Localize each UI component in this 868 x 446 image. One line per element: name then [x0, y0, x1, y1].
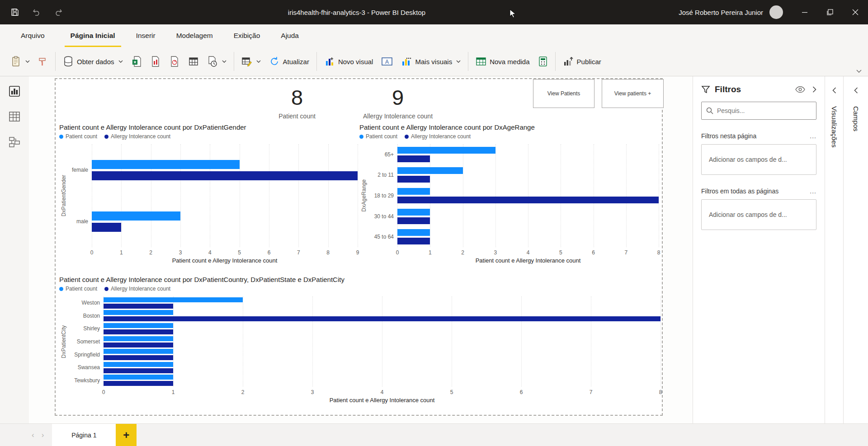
legend-item[interactable]: Allergy Intolerance count — [104, 286, 170, 292]
minimize-button[interactable] — [792, 0, 817, 24]
tab-modeling[interactable]: Modelagem — [166, 24, 223, 47]
excel-workbook-button[interactable] — [127, 52, 146, 71]
format-painter-button[interactable] — [34, 53, 52, 70]
card-allergy-count[interactable]: 9 Allergy Intolerance count — [349, 84, 447, 120]
user-avatar[interactable] — [769, 5, 783, 19]
age-range-bar-chart[interactable]: Patient count e Allergy Intolerance coun… — [359, 123, 659, 264]
next-page-icon[interactable]: › — [42, 431, 44, 440]
redo-icon[interactable] — [53, 7, 63, 17]
expand-left-icon[interactable] — [832, 87, 836, 94]
expand-panel-icon[interactable] — [812, 86, 816, 93]
page-tab[interactable]: Página 1 — [52, 424, 116, 446]
legend-item[interactable]: Allergy Intolerance count — [405, 133, 471, 140]
bar[interactable] — [397, 155, 430, 162]
recent-sources-button[interactable] — [203, 52, 231, 71]
user-name[interactable]: José Roberto Pereira Junior — [679, 9, 763, 16]
report-view-icon[interactable] — [9, 85, 20, 97]
filter-search-box[interactable] — [701, 102, 816, 120]
card-patient-count[interactable]: 8 Patient count — [249, 84, 345, 120]
tab-insert[interactable]: Inserir — [126, 24, 166, 47]
chart-title: Patient count e Allergy Intolerance coun… — [59, 123, 358, 131]
close-button[interactable] — [843, 0, 868, 24]
expand-left-icon[interactable] — [854, 87, 858, 94]
add-page-button[interactable]: + — [116, 424, 137, 446]
bar[interactable] — [397, 188, 430, 195]
transform-data-button[interactable] — [237, 52, 265, 70]
bar[interactable] — [104, 336, 173, 341]
report-page-canvas[interactable]: 8 Patient count 9 Allergy Intolerance co… — [55, 78, 663, 416]
legend-item[interactable]: Allergy Intolerance count — [104, 133, 170, 140]
eye-icon[interactable] — [795, 86, 805, 93]
get-data-button[interactable]: Obter dados — [59, 52, 127, 71]
new-measure-button[interactable]: Nova medida — [472, 52, 533, 70]
fields-panel-collapsed[interactable]: Campos — [843, 76, 868, 423]
bar[interactable] — [92, 160, 240, 169]
bar[interactable] — [104, 297, 243, 302]
paste-button[interactable] — [6, 52, 34, 71]
publish-button[interactable]: Publicar — [559, 52, 605, 70]
prev-page-icon[interactable]: ‹ — [32, 431, 34, 440]
x-tick-label: 4 — [381, 389, 384, 395]
bar[interactable] — [104, 355, 173, 360]
tab-file[interactable]: Arquivo — [13, 24, 53, 47]
chart-plot-area: DxAgeRange65+2 to 1118 to 2930 to 4445 t… — [359, 144, 659, 247]
x-tick-label: 4 — [208, 249, 212, 256]
city-bar-chart[interactable]: Patient count e Allergy Intolerance coun… — [59, 276, 660, 404]
refresh-button[interactable]: Atualizar — [265, 52, 313, 70]
bar[interactable] — [104, 310, 173, 315]
view-patients-plus-button[interactable]: View patients + — [602, 79, 664, 108]
data-hub-button[interactable] — [146, 52, 165, 71]
model-view-icon[interactable] — [9, 136, 20, 148]
bar[interactable] — [397, 229, 430, 236]
bar[interactable] — [397, 238, 430, 244]
bar[interactable] — [397, 147, 495, 154]
x-axis-title: Patient count e Allergy Intolerance coun… — [92, 257, 358, 264]
x-tick-label: 6 — [592, 249, 595, 256]
more-options-icon[interactable]: ... — [810, 132, 816, 140]
bar[interactable] — [397, 209, 430, 216]
bar[interactable] — [104, 349, 173, 354]
gender-bar-chart[interactable]: Patient count e Allergy Intolerance coun… — [59, 123, 358, 264]
bar[interactable] — [104, 375, 173, 380]
search-input[interactable] — [717, 107, 811, 114]
tab-view[interactable]: Exibição — [223, 24, 271, 47]
save-icon[interactable] — [10, 7, 20, 17]
view-patients-button[interactable]: View Patients — [533, 79, 594, 108]
legend-item[interactable]: Patient count — [59, 133, 97, 140]
bar[interactable] — [104, 304, 173, 309]
undo-icon[interactable] — [32, 7, 42, 17]
bar[interactable] — [92, 171, 358, 180]
bar[interactable] — [397, 197, 659, 203]
bar[interactable] — [397, 176, 430, 183]
tab-home[interactable]: Página Inicial — [60, 24, 126, 47]
data-view-icon[interactable] — [9, 111, 20, 122]
legend-item[interactable]: Patient count — [359, 133, 397, 140]
more-options-icon[interactable]: ... — [810, 188, 816, 195]
enter-data-button[interactable] — [184, 52, 203, 70]
bar[interactable] — [397, 167, 463, 174]
text-box-button[interactable]: A — [377, 52, 397, 70]
bar[interactable] — [104, 343, 173, 347]
dataflow-button[interactable] — [165, 52, 184, 71]
bar[interactable] — [104, 316, 660, 321]
more-visuals-button[interactable]: Mais visuais — [397, 52, 465, 70]
bar[interactable] — [104, 329, 173, 334]
bar[interactable] — [92, 223, 121, 232]
bar[interactable] — [104, 381, 173, 386]
maximize-button[interactable] — [817, 0, 843, 24]
x-axis-ticks: 012345678 — [397, 247, 659, 257]
legend-item[interactable]: Patient count — [59, 286, 97, 292]
bar[interactable] — [104, 362, 173, 367]
quick-measure-button[interactable] — [534, 52, 552, 70]
bar[interactable] — [92, 211, 180, 221]
page-filter-drop-zone[interactable]: Adicionar os campos de d... — [701, 144, 816, 175]
tab-help[interactable]: Ajuda — [270, 24, 309, 47]
bar[interactable] — [104, 368, 173, 373]
bar[interactable] — [104, 323, 173, 328]
new-visual-button[interactable]: Novo visual — [320, 52, 377, 70]
collapse-ribbon-icon[interactable] — [856, 70, 862, 73]
bar[interactable] — [397, 217, 430, 224]
all-pages-filter-drop-zone[interactable]: Adicionar os campos de d... — [701, 199, 816, 230]
visualizations-panel-collapsed[interactable]: Visualizações — [825, 76, 843, 423]
x-tick-label: 7 — [624, 249, 627, 256]
